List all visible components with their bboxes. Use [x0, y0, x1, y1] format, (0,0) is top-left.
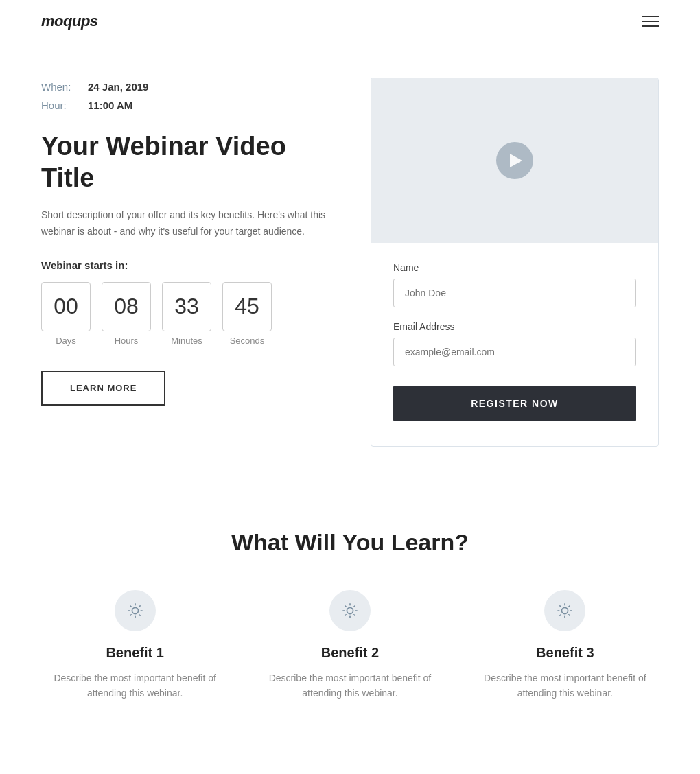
learn-title: What Will You Learn? [41, 529, 659, 556]
learn-more-button[interactable]: LEARN MORE [41, 371, 165, 406]
countdown: 00 Days 08 Hours 33 Minutes 45 Seconds [41, 282, 343, 346]
benefit-2: Benefit 2 Describe the most important be… [256, 590, 443, 701]
when-value: 24 Jan, 2019 [88, 78, 148, 96]
benefits-grid: Benefit 1 Describe the most important be… [41, 590, 659, 701]
seconds-number: 45 [222, 282, 272, 331]
logo: moqups [41, 12, 98, 30]
email-input[interactable] [393, 338, 636, 366]
play-button[interactable] [496, 142, 533, 179]
minutes-unit: Minutes [171, 336, 202, 346]
hour-value: 11:00 AM [88, 96, 132, 115]
days-unit: Days [56, 336, 76, 346]
hours-unit: Hours [115, 336, 139, 346]
svg-line-8 [139, 606, 139, 607]
countdown-hours: 08 Hours [102, 282, 151, 346]
svg-line-25 [560, 615, 561, 615]
benefit-2-icon [329, 590, 371, 631]
when-label: When: [41, 78, 82, 96]
hero-title: Your Webinar Video Title [41, 131, 343, 194]
svg-point-18 [562, 607, 568, 613]
benefit-3-icon [544, 590, 585, 631]
name-field-group: Name [393, 262, 636, 307]
video-placeholder[interactable] [371, 78, 658, 243]
hamburger-line-1 [642, 16, 659, 17]
svg-line-22 [569, 615, 570, 615]
email-field-group: Email Address [393, 321, 636, 366]
when-row: When: 24 Jan, 2019 [41, 78, 343, 96]
registration-card: Name Email Address REGISTER NOW [371, 78, 659, 447]
learn-section: What Will You Learn? Benefit 1 Describe … [0, 488, 700, 756]
benefit-2-title: Benefit 2 [321, 645, 379, 661]
minutes-number: 33 [162, 282, 211, 331]
countdown-label: Webinar starts in: [41, 259, 343, 271]
days-number: 00 [41, 282, 91, 331]
benefit-1-title: Benefit 1 [106, 645, 163, 661]
hero-meta: When: 24 Jan, 2019 Hour: 11:00 AM [41, 78, 343, 115]
hamburger-line-2 [642, 21, 659, 22]
benefit-3-title: Benefit 3 [536, 645, 594, 661]
svg-line-12 [345, 606, 346, 607]
hero-section: When: 24 Jan, 2019 Hour: 11:00 AM Your W… [0, 43, 700, 488]
hamburger-icon[interactable] [642, 16, 659, 27]
benefit-2-description: Describe the most important benefit of a… [256, 670, 443, 701]
register-button[interactable]: REGISTER NOW [393, 386, 636, 421]
name-input[interactable] [393, 279, 636, 307]
seconds-unit: Seconds [230, 336, 265, 346]
benefit-1-description: Describe the most important benefit of a… [41, 670, 229, 701]
hour-row: Hour: 11:00 AM [41, 96, 343, 115]
hamburger-line-3 [642, 25, 659, 27]
svg-line-7 [130, 615, 131, 615]
svg-line-4 [139, 615, 139, 615]
reg-card-container: Name Email Address REGISTER NOW [371, 78, 659, 447]
countdown-days: 00 Days [41, 282, 91, 346]
benefit-1: Benefit 1 Describe the most important be… [41, 590, 229, 701]
svg-line-3 [130, 606, 131, 607]
benefit-3-description: Describe the most important benefit of a… [471, 670, 659, 701]
email-label: Email Address [393, 321, 636, 332]
name-label: Name [393, 262, 636, 273]
navbar: moqups [0, 0, 700, 43]
benefit-1-icon [115, 590, 156, 631]
hour-label: Hour: [41, 96, 82, 115]
svg-line-21 [560, 606, 561, 607]
svg-line-17 [354, 606, 355, 607]
registration-form: Name Email Address REGISTER NOW [371, 243, 658, 446]
hours-number: 08 [102, 282, 151, 331]
svg-point-0 [132, 607, 138, 613]
hero-description: Short description of your offer and its … [41, 207, 343, 240]
svg-line-26 [569, 606, 570, 607]
svg-point-9 [347, 607, 353, 613]
benefit-3: Benefit 3 Describe the most important be… [471, 590, 659, 701]
svg-line-13 [354, 615, 355, 615]
countdown-seconds: 45 Seconds [222, 282, 272, 346]
svg-line-16 [345, 615, 346, 615]
hero-left: When: 24 Jan, 2019 Hour: 11:00 AM Your W… [41, 78, 343, 406]
countdown-minutes: 33 Minutes [162, 282, 211, 346]
